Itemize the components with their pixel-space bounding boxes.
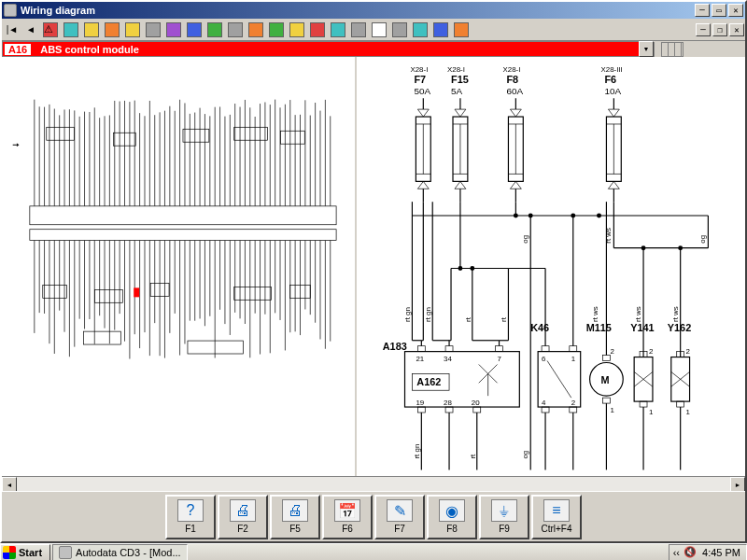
svg-text:19: 19	[416, 399, 424, 407]
printer2-icon: 🖨	[282, 499, 308, 522]
svg-point-183	[597, 214, 601, 218]
tool-misc3-button[interactable]	[451, 20, 472, 40]
child-restore-button[interactable]: ❐	[712, 23, 727, 36]
svg-text:2: 2	[649, 347, 653, 356]
scroll-right-button[interactable]: ►	[730, 477, 745, 492]
taskbar-app-button[interactable]: Autodata CD3 - [Mod...	[52, 544, 188, 561]
overview-pane[interactable]: →	[2, 57, 357, 476]
svg-text:2: 2	[610, 347, 613, 356]
tray-icon-1[interactable]: ‹‹	[673, 547, 680, 558]
horizontal-scrollbar[interactable]: ◄ ►	[2, 476, 745, 491]
tool-car-button[interactable]	[163, 20, 184, 40]
svg-text:Y141: Y141	[630, 322, 654, 333]
tool-spring-button[interactable]	[184, 20, 204, 40]
svg-rect-287	[677, 401, 684, 407]
svg-text:og: og	[521, 235, 529, 244]
fkey-f1-button[interactable]: ?F1	[165, 495, 216, 539]
svg-text:og: og	[521, 451, 529, 459]
fkey-ctrlf4-button[interactable]: ≡Ctrl+F4	[531, 495, 582, 539]
detail-pane[interactable]: X28-IF750AX28-IF155AX28-IF860AX28-IIIF61…	[357, 57, 745, 476]
svg-rect-239	[570, 346, 577, 352]
svg-rect-214	[473, 407, 481, 413]
clock: 4:45 PM	[700, 547, 742, 558]
scroll-left-button[interactable]: ◄	[2, 477, 17, 492]
svg-text:F15: F15	[451, 74, 469, 85]
app-icon	[4, 4, 17, 17]
component-dropdown-button[interactable]: ▼	[639, 41, 654, 57]
child-minimize-button[interactable]: ─	[696, 23, 711, 36]
svg-text:50A: 50A	[414, 86, 430, 96]
fkey-f2-button[interactable]: 🖨F2	[218, 495, 268, 539]
tool-piston-button[interactable]	[102, 20, 122, 40]
tool-fuse-button[interactable]	[348, 20, 369, 40]
tool-relay-button[interactable]	[287, 20, 307, 40]
tool-wrench-button[interactable]	[328, 20, 348, 40]
disc-icon	[146, 22, 161, 37]
calendar-icon: 📅	[334, 499, 360, 522]
svg-text:rt ws: rt ws	[671, 306, 680, 322]
chip-icon	[269, 22, 284, 37]
fkey-f6-button[interactable]: 📅F6	[322, 495, 373, 539]
svg-rect-204	[417, 346, 425, 352]
minimize-button[interactable]: ─	[695, 4, 710, 17]
relay-icon	[289, 22, 304, 37]
svg-rect-65	[234, 127, 268, 140]
rotate-icon	[63, 22, 78, 37]
titlebar[interactable]: Wiring diagram ─ ▭ ✕	[2, 2, 745, 19]
svg-text:F6: F6	[604, 74, 616, 85]
svg-rect-130	[234, 287, 272, 300]
svg-text:rt ws: rt ws	[634, 306, 642, 322]
component-row: A16 ABS control module ▼	[2, 41, 745, 57]
svg-text:60A: 60A	[506, 86, 523, 96]
tool-engine-button[interactable]	[81, 20, 102, 40]
fkey-f5-button[interactable]: 🖨F5	[270, 495, 320, 539]
tool-screen-button[interactable]	[389, 20, 410, 40]
function-bar: ?F1🖨F2🖨F5📅F6✎F7◉F8⏚F9≡Ctrl+F4	[2, 491, 745, 541]
tool-misc2-button[interactable]	[430, 20, 451, 40]
tool-cable-button[interactable]	[307, 20, 328, 40]
nav-first-button[interactable]: |◄	[3, 21, 21, 39]
page-control[interactable]	[654, 42, 689, 57]
tool-warning-button[interactable]: ⚠	[40, 20, 61, 40]
scroll-track[interactable]	[17, 477, 730, 491]
maximize-button[interactable]: ▭	[712, 4, 726, 17]
svg-rect-62	[47, 127, 75, 140]
nav-prev-button[interactable]: ◄	[21, 21, 40, 39]
component-name: ABS control module	[40, 44, 139, 55]
tool-disc-button[interactable]	[143, 20, 163, 40]
engine-icon	[84, 22, 99, 37]
child-close-button[interactable]: ✕	[729, 23, 744, 36]
tool-gear-button[interactable]	[122, 20, 143, 40]
module-ref: A183	[383, 341, 407, 352]
fkey-f9-button[interactable]: ⏚F9	[479, 495, 529, 539]
svg-rect-128	[94, 289, 122, 302]
taskbar-app-icon	[59, 546, 72, 559]
system-tray[interactable]: ‹‹ 🔇 4:45 PM	[669, 544, 747, 561]
tool-meter-button[interactable]	[246, 20, 266, 40]
pen-icon: ✎	[387, 499, 413, 522]
tool-chip-button[interactable]	[266, 20, 287, 40]
svg-rect-132	[84, 331, 121, 344]
fkey-f8-button[interactable]: ◉F8	[427, 495, 477, 539]
tray-icon-2[interactable]: 🔇	[684, 546, 697, 558]
fkey-label: F1	[185, 524, 196, 534]
svg-rect-127	[43, 285, 67, 298]
tool-rotate-button[interactable]	[61, 20, 81, 40]
svg-text:2: 2	[686, 347, 690, 356]
fkey-f7-button[interactable]: ✎F7	[374, 495, 425, 539]
svg-rect-210	[417, 407, 425, 413]
fkey-label: F8	[446, 524, 458, 534]
tool-misc1-button[interactable]	[410, 20, 430, 40]
fkey-label: Ctrl+F4	[541, 524, 571, 534]
svg-text:→: →	[11, 139, 21, 149]
window-title: Wiring diagram	[21, 5, 95, 16]
tool-key-button[interactable]	[225, 20, 246, 40]
tool-pc-button[interactable]	[369, 20, 389, 40]
tool-lift-button[interactable]	[204, 20, 225, 40]
close-button[interactable]: ✕	[728, 4, 743, 17]
start-button[interactable]: Start	[0, 544, 50, 561]
svg-text:1: 1	[686, 408, 691, 416]
svg-text:34: 34	[444, 355, 452, 363]
svg-text:M115: M115	[586, 322, 612, 333]
svg-marker-145	[417, 181, 429, 189]
